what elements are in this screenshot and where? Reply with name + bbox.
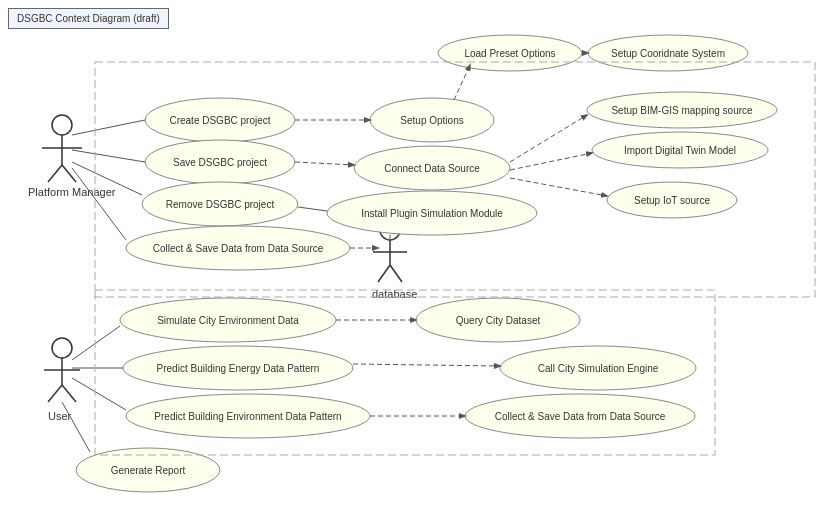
conn-predictenergy-callcity — [353, 364, 500, 366]
conn-pm-create — [72, 120, 145, 135]
usecase-connect-data-label: Connect Data Source — [384, 163, 480, 174]
usecase-generate-report-label: Generate Report — [111, 465, 186, 476]
conn-user-report — [62, 402, 90, 452]
user-leg-right — [62, 385, 76, 402]
usecase-call-city-sim-label: Call City Simulation Engine — [538, 363, 659, 374]
usecase-simulate-city-label: Simulate City Environment Data — [157, 315, 299, 326]
usecase-setup-options-label: Setup Options — [400, 115, 463, 126]
conn-connectdata-bimgis — [510, 115, 587, 162]
diagram-canvas: Platform Manager database User Create DS… — [0, 0, 830, 507]
conn-connectdata-import — [510, 153, 592, 170]
platform-manager-leg-right — [62, 165, 76, 182]
database-leg-left — [378, 265, 390, 282]
platform-manager-leg-left — [48, 165, 62, 182]
usecase-predict-env-label: Predict Building Environment Data Patter… — [154, 411, 341, 422]
usecase-setup-iot-label: Setup IoT source — [634, 195, 710, 206]
usecase-remove-dsgbc-label: Remove DSGBC project — [166, 199, 275, 210]
usecase-save-dsgbc-label: Save DSGBC project — [173, 157, 267, 168]
usecase-predict-energy-label: Predict Building Energy Data Pattern — [157, 363, 320, 374]
conn-pm-collect — [72, 168, 126, 240]
conn-pm-save — [72, 150, 145, 162]
usecase-import-digital-label: Import Digital Twin Model — [624, 145, 736, 156]
database-leg-right — [390, 265, 402, 282]
conn-remove-installplugin — [298, 207, 327, 211]
usecase-setup-coordinate-label: Setup Cooridnate System — [611, 48, 725, 59]
usecase-query-city-label: Query City Dataset — [456, 315, 541, 326]
user-leg-left — [48, 385, 62, 402]
usecase-collect-save2-label: Collect & Save Data from Data Source — [495, 411, 666, 422]
user-head — [52, 338, 72, 358]
conn-connectdata-iot — [510, 178, 607, 196]
usecase-collect-save-label: Collect & Save Data from Data Source — [153, 243, 324, 254]
conn-setup-loadpreset — [454, 65, 470, 100]
usecase-setup-bim-gis-label: Setup BIM-GIS mapping source — [611, 105, 753, 116]
platform-manager-label: Platform Manager — [28, 186, 116, 198]
platform-manager-head — [52, 115, 72, 135]
usecase-create-dsgbc-label: Create DSGBC project — [169, 115, 270, 126]
usecase-load-preset-label: Load Preset Options — [464, 48, 555, 59]
usecase-install-plugin-label: Install Plugin Simulation Module — [361, 208, 503, 219]
conn-user-simulate — [72, 326, 120, 360]
conn-user-predictenv — [72, 378, 126, 410]
conn-save-connectdata — [295, 162, 354, 165]
